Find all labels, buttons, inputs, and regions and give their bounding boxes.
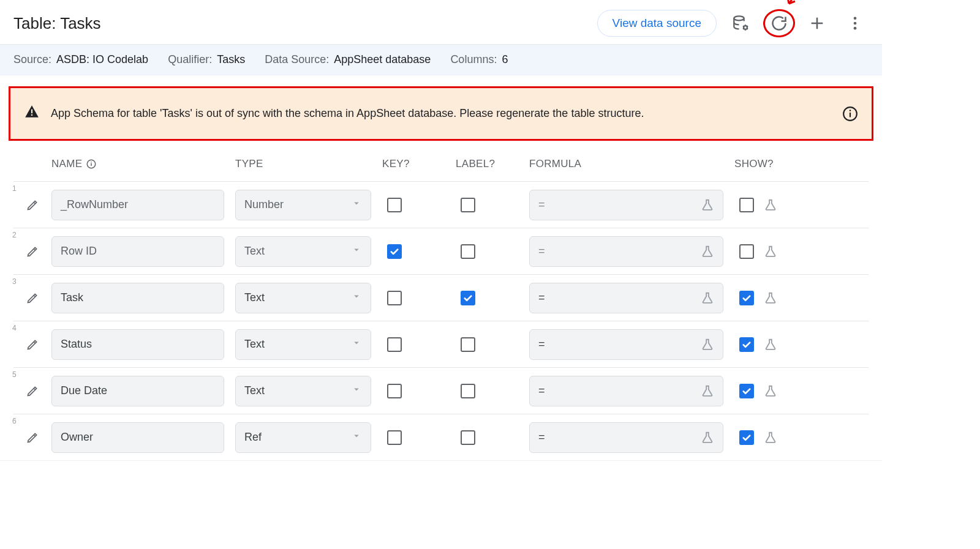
source-pair: Source: ASDB: IO Codelab [13,53,148,66]
view-data-source-button[interactable]: View data source [597,10,717,37]
label-checkbox[interactable] [461,384,475,398]
show-checkbox[interactable] [739,430,754,445]
row-number: 1 [12,184,17,193]
svg-point-9 [850,110,851,111]
header-type: TYPE [235,158,382,170]
flask-icon[interactable] [764,245,777,258]
label-checkbox[interactable] [461,244,475,259]
column-type-value: Number [244,198,284,211]
key-checkbox[interactable] [387,244,402,259]
flask-icon[interactable] [764,291,777,305]
label-checkbox[interactable] [461,198,475,212]
formula-input[interactable]: = [529,236,723,267]
formula-value: = [538,431,545,444]
formula-input[interactable]: = [529,329,723,360]
column-name-input[interactable]: Owner [51,422,224,453]
column-type-value: Text [244,338,265,351]
svg-point-0 [734,16,744,20]
formula-input[interactable]: = [529,190,723,220]
row-number: 3 [12,277,17,286]
svg-point-4 [854,27,857,30]
source-label: Source: [13,53,51,66]
flask-icon[interactable] [701,291,714,305]
row-number: 2 [12,231,17,239]
datasource-value: AppSheet database [334,53,431,66]
label-checkbox[interactable] [461,430,475,445]
edit-column-button[interactable] [13,338,51,351]
show-checkbox[interactable] [739,337,754,352]
column-name-input[interactable]: Due Date [51,376,224,406]
show-checkbox[interactable] [739,198,754,212]
column-type-value: Text [244,291,265,304]
edit-column-button[interactable] [13,385,51,397]
column-type-value: Ref [244,431,262,444]
column-type-select[interactable]: Ref [235,422,371,453]
column-name-input[interactable]: Task [51,283,224,313]
svg-point-12 [91,162,92,163]
flask-icon[interactable] [701,431,714,444]
svg-point-1 [744,26,747,29]
header-formula: FORMULA [529,158,734,170]
flask-icon[interactable] [701,245,714,258]
edit-column-button[interactable] [13,199,51,211]
flask-icon[interactable] [701,198,714,212]
row-number: 5 [12,370,17,379]
row-number: 4 [12,324,17,332]
column-row: 6 Owner Ref = [13,414,869,460]
column-type-select[interactable]: Text [235,283,371,313]
column-name-input[interactable]: Row ID [51,236,224,267]
edit-column-button[interactable] [13,431,51,444]
formula-input[interactable]: = [529,422,723,453]
edit-column-button[interactable] [13,292,51,304]
annotation-circle [762,8,796,39]
flask-icon[interactable] [764,384,777,398]
column-type-select[interactable]: Number [235,190,371,220]
key-checkbox[interactable] [387,337,402,352]
formula-input[interactable]: = [529,376,723,406]
label-checkbox[interactable] [461,337,475,352]
row-number: 6 [12,417,17,425]
key-checkbox[interactable] [387,198,402,212]
source-value: ASDB: IO Codelab [56,53,148,66]
columns-value: 6 [502,53,508,66]
flask-icon[interactable] [701,384,714,398]
chevron-down-icon [351,198,362,212]
column-type-value: Text [244,245,265,258]
key-checkbox[interactable] [387,384,402,398]
flask-icon[interactable] [701,338,714,351]
show-checkbox[interactable] [739,244,754,259]
flask-icon[interactable] [764,338,777,351]
refresh-button[interactable] [766,10,793,37]
key-checkbox[interactable] [387,291,402,305]
formula-value: = [538,198,545,211]
svg-point-2 [854,17,857,20]
edit-column-button[interactable] [13,245,51,258]
flask-icon[interactable] [764,198,777,212]
formula-input[interactable]: = [529,283,723,313]
column-type-select[interactable]: Text [235,236,371,267]
key-checkbox[interactable] [387,430,402,445]
chevron-down-icon [351,430,362,444]
show-checkbox[interactable] [739,384,754,398]
more-menu-button[interactable] [842,10,869,37]
header-show: SHOW? [734,158,808,170]
column-name-input[interactable]: _RowNumber [51,190,224,220]
column-name-input[interactable]: Status [51,329,224,360]
column-type-select[interactable]: Text [235,329,371,360]
column-row: 2 Row ID Text = [13,228,869,274]
warning-content: App Schema for table 'Tasks' is out of s… [24,104,644,123]
qualifier-label: Qualifier: [168,53,212,66]
info-icon[interactable] [86,159,97,170]
formula-value: = [538,384,545,397]
column-row: 4 Status Text = [13,321,869,367]
label-checkbox[interactable] [461,291,475,305]
add-button[interactable] [804,10,831,37]
warning-icon [24,104,40,123]
data-settings-icon[interactable] [728,10,755,37]
columns-section: NAME TYPE KEY? LABEL? FORMULA SHOW? 1 _R… [0,141,882,460]
flask-icon[interactable] [764,431,777,444]
svg-point-3 [854,22,857,25]
show-checkbox[interactable] [739,291,754,305]
info-icon[interactable] [842,106,858,122]
column-type-select[interactable]: Text [235,376,371,406]
